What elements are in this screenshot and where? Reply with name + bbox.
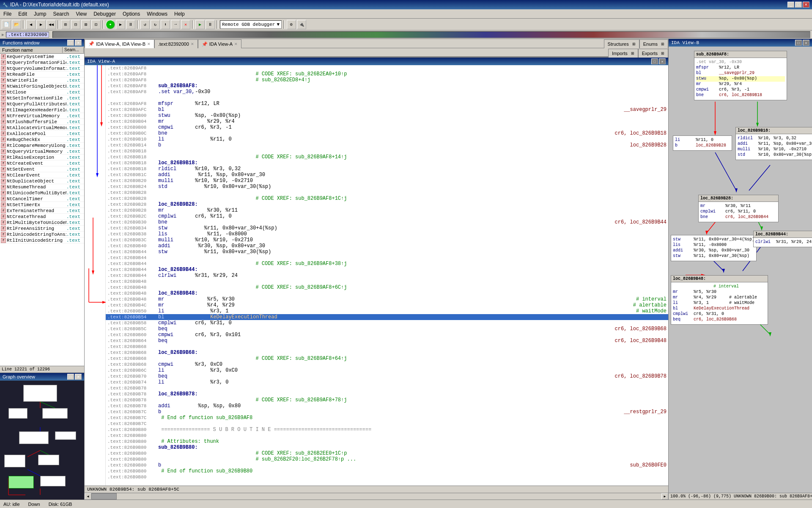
ida-view-a-float[interactable]: □ (651, 58, 658, 64)
asm-line[interactable]: .text:826B9B28 # CODE XREF: sub_826B9AF8… (106, 196, 668, 202)
menu-debugger[interactable]: Debugger (90, 9, 119, 18)
func-row-kebugcheck[interactable]: f KeBugCheckEx .text (0, 137, 84, 143)
ida-view-b-float[interactable]: □ (795, 40, 802, 46)
func-row-rtlunicode[interactable]: f RtlUnicodeToMultiByteN .text (0, 190, 84, 196)
asm-line[interactable]: .text:826B9B80 # CODE XREF: sub_826B2EE0… (106, 450, 668, 456)
minimize-button[interactable]: _ (787, 2, 794, 8)
tab-action-enums[interactable]: ⊞ (661, 42, 664, 46)
asm-line[interactable]: .text:826B9B80 (106, 474, 668, 480)
menu-options[interactable]: Options (119, 9, 143, 18)
asm-line[interactable]: .text:826B9B44clrlwi %r31, %r29, 24 (106, 273, 668, 279)
asm-line[interactable]: .text:826B9B1Caddi %r11, %sp, 0x80+var_3… (106, 172, 668, 178)
func-row-ntqueryvirtmem[interactable]: f NtQueryVirtualMemory .text (0, 149, 84, 155)
asm-line-loc[interactable]: .text:826B9B48loc_826B9B48: (106, 290, 668, 296)
asm-line[interactable]: .text:826B9B78 # CODE XREF: sub_826B9AF8… (106, 397, 668, 403)
asm-line[interactable]: .text:826B9AF8 # sub_826B2ED8+4↑j (106, 77, 668, 83)
func-row-rtlinitunicode[interactable]: f RtlInitUnicodeString .text (0, 237, 84, 243)
func-row-ntqueryvolume[interactable]: f NtQueryVolumeInformationFile .text (0, 66, 84, 72)
menu-view[interactable]: View (72, 9, 90, 18)
menu-file[interactable]: File (0, 9, 15, 18)
func-row-ntclose[interactable]: f NtClose .text (0, 89, 84, 95)
func-row-rtlimage[interactable]: f RtlImageXexHeaderField .text (0, 107, 84, 113)
asm-line[interactable]: .text:826B9B40addi %r30, %sp, 0x80+var_3… (106, 243, 668, 249)
func-row-ntsettimer[interactable]: f NtSetTimerEx .text (0, 202, 84, 208)
func-row-rtlfreeansi[interactable]: f RtlFreeAnsiString .text (0, 226, 84, 232)
tab-action-structures[interactable]: ⊞ (632, 42, 636, 46)
ida-graph-view[interactable]: sub_826B9AF8: .set var_30, -0x30 mfspr%r… (669, 47, 812, 493)
func-row-exterminatethread[interactable]: f ExTerminateThread .text (0, 208, 84, 214)
asm-line[interactable]: .text:826B9B80 (106, 433, 668, 439)
functions-list[interactable]: f KeQuerySystemTime .text f NtQueryInfor… (0, 54, 84, 366)
asm-line[interactable]: .text:826B9AF8.set var_30, -0x30 (106, 89, 668, 95)
tab-close-address[interactable]: ✕ (191, 42, 194, 46)
debugger-dropdown[interactable]: Remote GDB debugger ▼ (220, 20, 282, 29)
asm-line[interactable]: .text:826B9B10li %r11, 0 (106, 136, 668, 142)
toolbar-btn4[interactable]: ⊟ (71, 20, 80, 29)
asm-line-highlighted[interactable]: .text:826B9B54bl KeDelayExecutionThread (106, 314, 668, 320)
asm-line[interactable]: .text:826B9B80b sub_826B0FE0 (106, 462, 668, 468)
toolbar-btn12[interactable]: ⬇ (161, 20, 170, 29)
asm-line-loc[interactable]: .text:826B9B68loc_826B9B68: (106, 350, 668, 356)
menu-help[interactable]: Help (171, 9, 188, 18)
asm-line[interactable]: .text:826B9B48 # CODE XREF: sub_826B9AF8… (106, 284, 668, 290)
func-row-ntwritefile[interactable]: f NtWriteFile .text (0, 77, 84, 83)
asm-line[interactable]: .text:826B9B04mr %r29, %r4 (106, 119, 668, 124)
func-row-exallocpool[interactable]: f ExAllocatePool .text (0, 131, 84, 137)
func-row-ntduplicateobj[interactable]: f NtDuplicateObject .text (0, 178, 84, 184)
tab-close-a[interactable]: ✕ (234, 42, 238, 46)
tab-structures[interactable]: Structures ⊞ (604, 39, 639, 48)
graph-block-2[interactable]: li%r11, 0 bloc_826B9B28 (673, 135, 732, 151)
toolbar-new[interactable]: 📄 (2, 20, 11, 29)
asm-line[interactable]: .text:826B9B3Cmulli %r10, %r10, -0x2710 (106, 237, 668, 243)
graph-block-5[interactable]: stw%r11, 0x80+var_30+4(%sp) lis%r11, -0x… (671, 235, 757, 261)
nav-address[interactable]: .text:82392000 (6, 32, 49, 38)
graph-float-btn[interactable]: □ (67, 374, 74, 380)
func-row-rtlcomparememory[interactable]: f RtlCompareMemoryUlong .text (0, 143, 84, 149)
asm-line[interactable]: .text:826B9B24std %r10, 0x80+var_30(%sp) (106, 184, 668, 190)
asm-line[interactable]: .text:826B9B6Cli %r3, 0xC0 (106, 367, 668, 373)
func-row-kequerysystemtime[interactable]: f KeQuerySystemTime .text (0, 54, 84, 60)
func-row-ntcanceltimer[interactable]: f NtCancelTimer .text (0, 196, 84, 202)
asm-line[interactable]: .text:826B9B78 (106, 385, 668, 391)
toolbar-btn8[interactable]: ▶ (116, 20, 125, 29)
asm-line[interactable]: .text:826B9B80 # Attributes: thunk (106, 439, 668, 444)
graph-block-4[interactable]: loc_826B9B28: mr%r30, %r11 cmplwicr6, %r… (698, 195, 779, 222)
asm-line[interactable]: .text:826B9B44 (106, 255, 668, 261)
asm-line[interactable]: .text:826B9B60cmpwi cr6, %r3, 0x101 (106, 332, 668, 338)
ida-view-b-close[interactable]: ✕ (803, 40, 809, 46)
asm-line[interactable]: .text:826B9B48mr %r5, %r30 # interval (106, 296, 668, 302)
menu-windows[interactable]: Windows (143, 9, 171, 18)
ida-view-a-close[interactable]: ✕ (659, 58, 666, 64)
panel-close-btn[interactable]: ✕ (75, 40, 82, 46)
asm-line[interactable]: .text:826B9B7C # End of function sub_826… (106, 415, 668, 421)
asm-line[interactable]: .text:826B9B80 # End of function sub_826… (106, 468, 668, 474)
hscroll-right[interactable]: ▶ (661, 493, 668, 500)
tab-close-ab[interactable]: ✕ (147, 42, 151, 46)
func-row-ntreadfile[interactable]: f NtReadFile .text (0, 72, 84, 77)
asm-line[interactable]: .text:826B9B70beq cr6, loc_826B9B78 (106, 373, 668, 379)
menu-jump[interactable]: Jump (30, 9, 49, 18)
asm-line[interactable]: .text:826B9B00stwu %sp, -0x80(%sp) (106, 113, 668, 119)
asm-line[interactable]: .text:826B9B30bne cr6, loc_826B9B44 (106, 219, 668, 225)
toolbar-open[interactable]: 📂 (12, 20, 21, 29)
toolbar-btn6[interactable]: ⊡ (91, 20, 101, 29)
toolbar-btn14[interactable]: ✕ (181, 20, 190, 29)
graph-close-btn[interactable]: ✕ (75, 374, 82, 380)
close-button[interactable]: ✕ (803, 2, 809, 8)
asm-line[interactable]: .text:826B9B48 (106, 279, 668, 284)
asm-line[interactable]: .text:826B9B28mr %r30, %r11 (106, 207, 668, 213)
toolbar-btn7[interactable]: ● (106, 20, 115, 29)
asm-line[interactable]: .text:826B9B5Cbeq cr6, loc_826B9B68 (106, 326, 668, 332)
ida-view-a-content[interactable]: .text:826B9AF8 .text:826B9AF8 # CODE XRE… (85, 65, 668, 486)
toolbar-btn11[interactable]: ↻ (151, 20, 160, 29)
asm-line[interactable]: .text:826B9B68 (106, 344, 668, 350)
toolbar-btn10[interactable]: ↺ (140, 20, 150, 29)
maximize-button[interactable]: □ (795, 2, 802, 8)
func-row-ntallocvirt[interactable]: f NtAllocateVirtualMemory .text (0, 125, 84, 131)
func-row-ntflush[interactable]: f NtFlushBuffersFile .text (0, 119, 84, 125)
func-row-ntcreatethread[interactable]: f NtCreateThread .text (0, 214, 84, 220)
toolbar-plugin[interactable]: 🔌 (297, 20, 306, 29)
asm-line[interactable]: .text:826B9B18 (106, 148, 668, 154)
asm-line[interactable]: .text:826B9B7C (106, 421, 668, 427)
menu-edit[interactable]: Edit (15, 9, 30, 18)
